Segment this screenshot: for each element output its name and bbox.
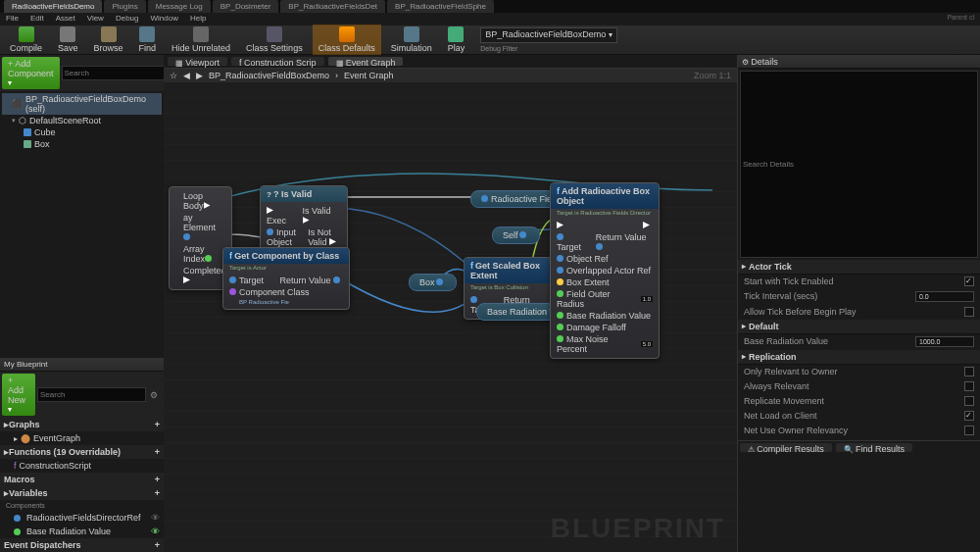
check-start-tick[interactable] bbox=[964, 276, 974, 286]
tab-construction[interactable]: f Construction Scrip bbox=[231, 57, 324, 66]
node-add-box[interactable]: f Add Radioactive Box Object Target is R… bbox=[550, 182, 660, 359]
compile-button[interactable]: Compile bbox=[4, 25, 48, 55]
play-button[interactable]: Play bbox=[442, 25, 471, 55]
find-icon bbox=[139, 26, 155, 42]
details-search[interactable] bbox=[740, 71, 978, 258]
settings-icon[interactable]: ⚙ bbox=[146, 390, 162, 400]
title-bar: RadioactiveFieldsDemo Plugins Message Lo… bbox=[0, 0, 980, 13]
zoom-label: Zoom 1:1 bbox=[694, 71, 731, 80]
check-allow-before[interactable] bbox=[964, 307, 974, 317]
save-icon bbox=[60, 26, 75, 42]
component-scene-root[interactable]: ▾⬡DefaultSceneRoot bbox=[2, 115, 162, 126]
component-self[interactable]: ⬛BP_RadioactiveFieldBoxDemo (self) bbox=[2, 93, 162, 115]
tab-detector[interactable]: BP_RadioactiveFieldsDet bbox=[280, 0, 385, 13]
section-actor-tick[interactable]: ▸ Actor Tick bbox=[738, 260, 980, 275]
section-variables[interactable]: ▸Variables+ bbox=[0, 486, 164, 500]
browse-icon bbox=[101, 26, 117, 42]
check-always-relevant[interactable] bbox=[964, 381, 974, 391]
compile-icon bbox=[19, 26, 34, 42]
parent-class-label: Parent cl bbox=[945, 13, 976, 25]
find-button[interactable]: Find bbox=[133, 25, 163, 55]
my-blueprint-header: My Blueprint bbox=[0, 358, 164, 372]
item-construction[interactable]: fConstructionScript bbox=[0, 459, 164, 473]
myblueprint-search[interactable] bbox=[37, 387, 146, 402]
hide-unrelated-button[interactable]: Hide Unrelated bbox=[166, 25, 236, 55]
tab-compiler-results[interactable]: ⚠ Compiler Results bbox=[740, 443, 832, 452]
section-event-dispatchers[interactable]: Event Dispatchers+ bbox=[0, 538, 164, 552]
tab-viewport[interactable]: ▦ Viewport bbox=[168, 57, 227, 66]
pill-self[interactable]: Self bbox=[492, 226, 540, 244]
subsection-components[interactable]: Components bbox=[0, 500, 164, 511]
tab-main[interactable]: RadioactiveFieldsDemo bbox=[4, 0, 102, 13]
tab-find-results[interactable]: 🔍 Find Results bbox=[836, 443, 912, 452]
debug-filter-label: Debug Filter bbox=[480, 45, 616, 52]
class-settings-button[interactable]: Class Settings bbox=[240, 25, 309, 55]
section-default[interactable]: ▸ Default bbox=[738, 320, 980, 334]
check-only-relevant[interactable] bbox=[964, 367, 974, 376]
blueprint-watermark: BLUEPRINT bbox=[551, 513, 725, 544]
browse-button[interactable]: Browse bbox=[88, 25, 129, 55]
details-header: ⚙ Details bbox=[738, 55, 980, 69]
save-button[interactable]: Save bbox=[52, 25, 84, 55]
left-panel: + Add Component ▾ ⬛BP_RadioactiveFieldBo… bbox=[0, 55, 164, 552]
hide-unrelated-icon bbox=[193, 26, 209, 42]
field-tick-interval[interactable] bbox=[915, 291, 974, 302]
node-get-component[interactable]: f Get Component by Class Target is Actor… bbox=[222, 247, 350, 310]
debug-object-dropdown[interactable]: BP_RadioactiveFieldBoxDemo ▾ bbox=[480, 27, 616, 43]
tab-plugins[interactable]: Plugins bbox=[104, 0, 145, 13]
section-macros[interactable]: Macros+ bbox=[0, 473, 164, 486]
var-director-ref[interactable]: RadioactiveFieldsDirectorRef👁 bbox=[0, 511, 164, 525]
class-defaults-button[interactable]: Class Defaults bbox=[313, 25, 381, 55]
check-net-load[interactable] bbox=[964, 411, 974, 421]
node-title: ? ? Is Valid bbox=[261, 186, 347, 202]
nav-back-arrow[interactable]: ◀ bbox=[183, 71, 190, 80]
class-defaults-icon bbox=[339, 26, 355, 42]
simulation-icon bbox=[404, 26, 419, 42]
graph-canvas[interactable]: Loop Body ay Element Array Index Complet… bbox=[164, 82, 737, 552]
tab-log[interactable]: Message Log bbox=[148, 0, 211, 13]
breadcrumb-graph[interactable]: Event Graph bbox=[344, 71, 394, 80]
tab-sphere[interactable]: BP_RadioactiveFieldSphe bbox=[387, 0, 494, 13]
class-settings-icon bbox=[267, 26, 282, 42]
details-panel: ⚙ Details ▸ Actor Tick Start with Tick E… bbox=[737, 55, 980, 552]
check-net-owner[interactable] bbox=[964, 426, 974, 435]
toolbar: Compile Save Browse Find Hide Unrelated … bbox=[0, 25, 980, 55]
node-is-valid[interactable]: ? ? Is Valid ExecIs Valid Input ObjectIs… bbox=[260, 185, 348, 252]
section-graphs[interactable]: ▸Graphs+ bbox=[0, 418, 164, 431]
nav-fwd-arrow[interactable]: ▶ bbox=[196, 71, 203, 80]
component-cube[interactable]: Cube bbox=[2, 126, 162, 138]
tab-dosimeter[interactable]: BP_Dosimeter bbox=[213, 0, 279, 13]
simulation-button[interactable]: Simulation bbox=[385, 25, 438, 55]
nav-back[interactable]: ☆ bbox=[170, 71, 177, 80]
play-icon bbox=[448, 26, 464, 42]
field-base-radiation[interactable] bbox=[915, 336, 974, 347]
add-new-button[interactable]: + Add New ▾ bbox=[2, 374, 35, 416]
component-box[interactable]: Box bbox=[2, 138, 162, 150]
section-replication[interactable]: ▸ Replication bbox=[738, 350, 980, 365]
item-eventgraph[interactable]: ▸ ⬤EventGraph bbox=[0, 431, 164, 445]
section-functions[interactable]: ▸Functions (19 Overridable)+ bbox=[0, 445, 164, 459]
add-component-button[interactable]: + Add Component ▾ bbox=[2, 57, 60, 89]
pill-box[interactable]: Box bbox=[409, 274, 457, 291]
breadcrumb-class[interactable]: BP_RadioactiveFieldBoxDemo bbox=[209, 71, 329, 80]
var-base-radiation[interactable]: Base Radiation Value👁 bbox=[0, 525, 164, 538]
check-replicate-movement[interactable] bbox=[964, 396, 974, 406]
components-search[interactable] bbox=[62, 66, 171, 80]
center-panel: ▦ Viewport f Construction Scrip ▦ Event … bbox=[164, 55, 737, 552]
tab-eventgraph[interactable]: ▦ Event Graph bbox=[328, 57, 404, 66]
